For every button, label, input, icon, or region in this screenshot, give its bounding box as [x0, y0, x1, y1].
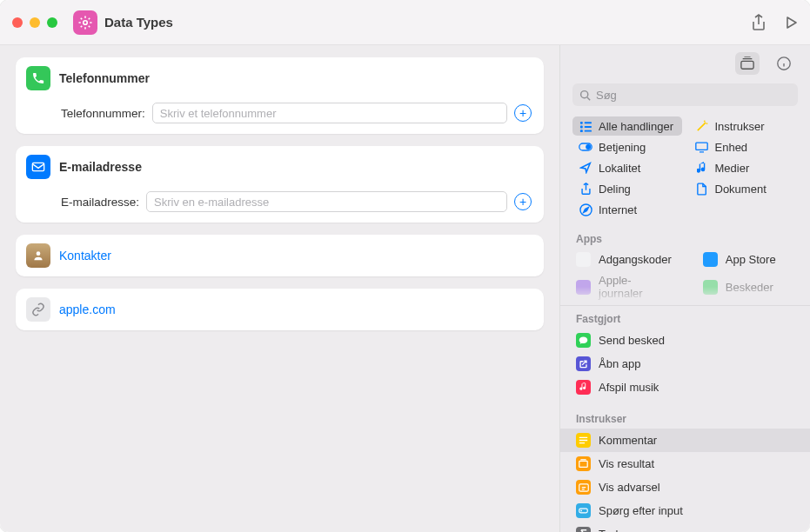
input-icon: [576, 503, 591, 518]
doc-icon: [695, 182, 709, 196]
app-item[interactable]: App Store: [687, 249, 810, 270]
category-medier[interactable]: Medier: [689, 158, 799, 177]
svg-point-5: [581, 90, 588, 97]
add-email-button[interactable]: +: [514, 193, 532, 210]
share-icon: [579, 182, 592, 196]
search-field[interactable]: [572, 83, 798, 106]
alert-icon: [576, 480, 591, 495]
action-title: E-mailadresse: [59, 160, 142, 174]
category-internet[interactable]: Internet: [572, 200, 682, 219]
library-icon[interactable]: [735, 52, 760, 75]
script-action[interactable]: Tæl: [560, 522, 810, 532]
svg-rect-18: [579, 509, 587, 513]
workflow-canvas: Telefonnummer Telefonnummer: + E-mailadr…: [0, 45, 559, 532]
loc-icon: [579, 161, 592, 175]
contacts-token[interactable]: Kontakter: [59, 249, 111, 263]
toggle-icon: [579, 140, 592, 154]
page-title: Data Types: [104, 15, 173, 30]
pinned-action[interactable]: Send besked: [560, 329, 810, 352]
info-icon[interactable]: [772, 52, 796, 75]
app-icon: [703, 280, 718, 295]
app-icon: [576, 252, 591, 267]
app-item[interactable]: Beskeder: [687, 270, 810, 303]
sigma-icon: [576, 527, 591, 532]
svg-rect-14: [696, 143, 707, 150]
pinned-list: Send beskedÅbn appAfspil musik: [560, 329, 810, 399]
category-lokalitet[interactable]: Lokalitet: [572, 158, 682, 177]
svg-rect-8: [579, 125, 582, 128]
list-icon: [579, 119, 592, 133]
svg-point-2: [37, 251, 41, 256]
phone-icon: [26, 66, 50, 90]
svg-rect-6: [579, 121, 582, 123]
svg-point-13: [586, 145, 591, 150]
category-alle-handlinger[interactable]: Alle handlinger: [572, 116, 682, 136]
search-icon: [579, 90, 591, 101]
app-item[interactable]: Apple-​journaler: [560, 270, 687, 303]
apps-section-label: Apps: [560, 226, 810, 249]
email-field-label: E-mailadresse:: [61, 196, 139, 209]
apps-list: AdgangskoderApp StoreApple-​journalerBes…: [560, 249, 810, 303]
app-item[interactable]: Adgangskoder: [560, 249, 687, 270]
action-contacts[interactable]: Kontakter: [16, 235, 544, 276]
result-icon: [576, 456, 591, 471]
pinned-section-label: Fastgjort: [560, 306, 810, 329]
zoom-window[interactable]: [47, 17, 57, 28]
svg-rect-3: [741, 61, 753, 69]
svg-rect-10: [579, 130, 582, 132]
action-email[interactable]: E-mailadresse E-mailadresse: +: [16, 146, 544, 223]
share-icon[interactable]: [751, 14, 766, 31]
category-dokument[interactable]: Dokument: [689, 179, 799, 198]
msg-icon: [576, 333, 591, 348]
phone-field-label: Telefonnummer:: [61, 107, 145, 120]
svg-rect-16: [579, 461, 587, 467]
url-token[interactable]: apple.com: [59, 303, 116, 316]
action-phone[interactable]: Telefonnummer Telefonnummer: +: [16, 57, 544, 134]
scripts-list: KommentarVis resultatVis advarselSpørg e…: [560, 429, 810, 532]
category-enhed[interactable]: Enhed: [689, 137, 799, 156]
titlebar: Data Types: [0, 0, 810, 45]
category-grid: Alle handlingerInstrukserBetjeningEnhedL…: [560, 115, 810, 226]
close-window[interactable]: [12, 17, 23, 28]
pinned-action[interactable]: Afspil musik: [560, 376, 810, 399]
script-action[interactable]: Kommentar: [560, 429, 810, 452]
category-betjening[interactable]: Betjening: [572, 137, 682, 156]
email-input[interactable]: [146, 191, 507, 212]
shortcut-icon: [73, 10, 97, 35]
script-action[interactable]: Vis resultat: [560, 452, 810, 475]
app-icon: [703, 252, 718, 267]
action-url[interactable]: apple.com: [16, 289, 544, 330]
wand-icon: [695, 119, 709, 133]
svg-rect-7: [584, 122, 591, 123]
window-controls: [12, 17, 57, 28]
phone-input[interactable]: [152, 103, 507, 123]
scripts-section-label: Instrukser: [560, 406, 810, 429]
play-icon[interactable]: [786, 14, 798, 31]
open-icon: [576, 356, 591, 371]
lines-icon: [576, 433, 591, 448]
script-action[interactable]: Spørg efter input: [560, 499, 810, 522]
add-phone-button[interactable]: +: [514, 104, 532, 122]
svg-rect-19: [580, 510, 582, 512]
svg-rect-9: [584, 126, 591, 128]
minimize-window[interactable]: [30, 17, 40, 28]
display-icon: [695, 140, 709, 154]
pinned-action[interactable]: Åbn app: [560, 352, 810, 376]
link-icon: [26, 297, 50, 322]
safari-icon: [579, 203, 592, 216]
sidebar: Alle handlingerInstrukserBetjeningEnhedL…: [559, 45, 810, 532]
svg-rect-11: [584, 130, 591, 131]
contacts-icon: [26, 243, 50, 268]
svg-rect-1: [32, 163, 44, 170]
music-icon: [695, 161, 709, 175]
script-action[interactable]: Vis advarsel: [560, 475, 810, 499]
app-icon: [576, 280, 591, 295]
svg-point-0: [84, 20, 88, 24]
action-title: Telefonnummer: [59, 71, 150, 85]
music-icon: [576, 380, 591, 395]
category-instrukser[interactable]: Instrukser: [689, 116, 799, 136]
category-deling[interactable]: Deling: [572, 179, 682, 198]
mail-icon: [26, 155, 50, 179]
search-input[interactable]: [596, 89, 791, 102]
